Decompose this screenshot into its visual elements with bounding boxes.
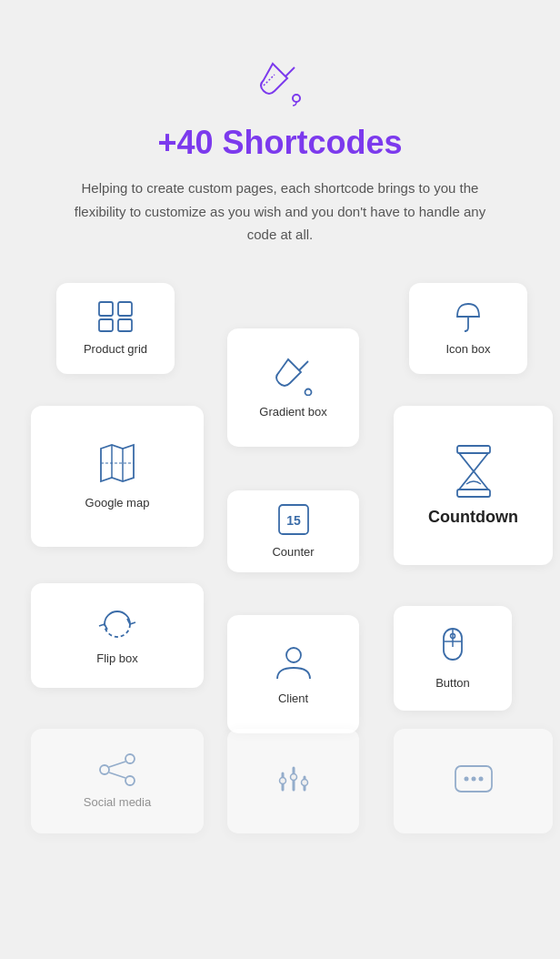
card-google-map[interactable]: Google map — [31, 406, 204, 547]
svg-line-24 — [109, 772, 125, 778]
countdown-label: Countdown — [428, 508, 518, 527]
main-title: +40 Shortcodes — [157, 124, 402, 162]
svg-point-33 — [471, 777, 475, 782]
svg-point-20 — [125, 754, 135, 763]
card-chat[interactable] — [394, 729, 553, 833]
card-flip-box[interactable]: Flip box — [31, 583, 204, 688]
svg-point-22 — [125, 776, 135, 785]
svg-point-32 — [464, 777, 468, 782]
svg-rect-13 — [457, 446, 490, 453]
chat-icon — [454, 764, 494, 797]
card-button[interactable]: Button — [394, 606, 512, 711]
card-icon-box[interactable]: Icon box — [409, 283, 527, 374]
client-icon — [274, 642, 314, 682]
social-media-icon — [97, 753, 137, 786]
svg-rect-1 — [99, 302, 113, 316]
svg-point-5 — [305, 389, 311, 396]
svg-point-29 — [290, 774, 296, 781]
svg-line-23 — [109, 762, 125, 767]
gradient-box-icon — [274, 356, 314, 396]
icon-box-icon — [450, 300, 486, 333]
svg-point-15 — [286, 648, 301, 662]
social-media-label: Social media — [84, 795, 151, 809]
card-countdown[interactable]: Countdown — [394, 406, 553, 565]
button-icon — [436, 627, 469, 667]
card-gradient-box[interactable]: Gradient box — [227, 328, 359, 447]
client-label: Client — [278, 691, 308, 705]
svg-point-21 — [100, 765, 109, 774]
flip-box-label: Flip box — [96, 651, 138, 665]
card-audio[interactable] — [227, 729, 359, 833]
hero-icon — [253, 55, 307, 109]
product-grid-icon — [97, 300, 134, 333]
page-container: +40 Shortcodes Helping to create custom … — [0, 0, 560, 883]
subtitle: Helping to create custom pages, each sho… — [71, 177, 489, 247]
audio-icon — [275, 764, 312, 797]
svg-point-28 — [279, 778, 285, 784]
counter-label: Counter — [272, 545, 314, 559]
card-product-grid[interactable]: Product grid — [56, 283, 175, 374]
svg-point-34 — [478, 777, 483, 782]
cards-grid: Product grid Gradient box — [18, 283, 542, 847]
svg-point-0 — [293, 95, 300, 102]
gradient-box-label: Gradient box — [259, 405, 326, 419]
svg-point-30 — [301, 780, 307, 786]
flip-box-icon — [97, 606, 137, 642]
button-label: Button — [435, 676, 470, 690]
svg-rect-4 — [118, 319, 132, 331]
icon-box-label: Icon box — [445, 342, 490, 356]
card-client[interactable]: Client — [227, 615, 359, 733]
svg-text:15: 15 — [286, 513, 301, 528]
card-social-media[interactable]: Social media — [31, 729, 204, 833]
google-map-icon — [97, 443, 137, 487]
google-map-label: Google map — [85, 496, 150, 510]
counter-icon: 15 — [277, 503, 310, 536]
svg-rect-2 — [118, 302, 132, 316]
countdown-icon — [450, 444, 497, 499]
product-grid-label: Product grid — [84, 342, 147, 356]
card-counter[interactable]: 15 Counter — [227, 490, 359, 572]
svg-rect-14 — [457, 490, 490, 497]
svg-rect-3 — [99, 319, 113, 331]
